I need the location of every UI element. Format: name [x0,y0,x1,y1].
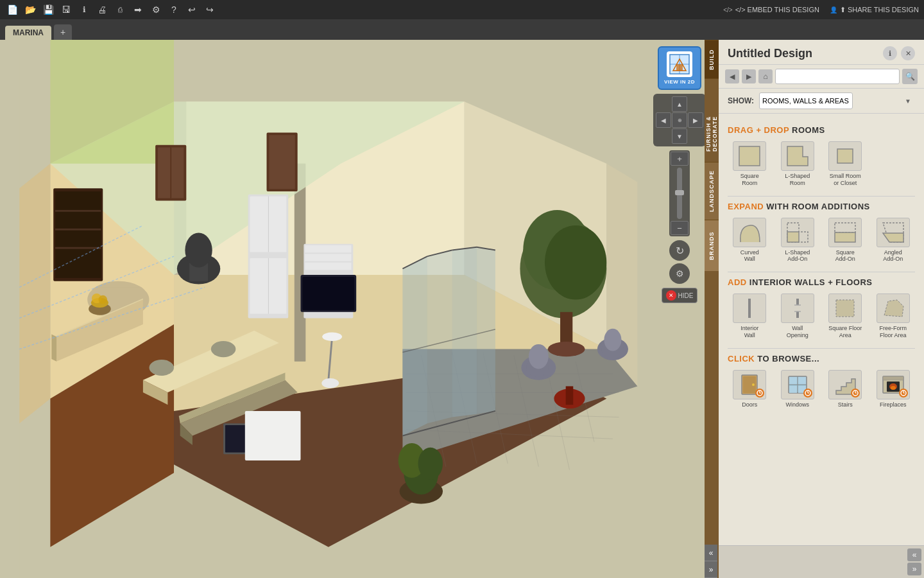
rotate-button[interactable]: ↻ [669,240,690,261]
hide-button[interactable]: ✕ HIDE [662,288,698,303]
svg-point-86 [604,329,621,351]
expand-grid: CurvedWall L-ShapedAdd-On [728,215,915,266]
pan-center-button[interactable]: ⊕ [672,112,687,128]
export-icon[interactable]: ➡ [131,3,145,17]
open-icon[interactable]: 📂 [23,3,37,17]
redo-icon[interactable]: ↪ [203,3,217,17]
room-3d-view[interactable] [0,40,719,578]
show-select[interactable]: ROOMS, WALLS & AREAS FLOORS STRUCTURE [759,92,853,109]
small-room-item[interactable]: Small Roomor Closet [823,139,868,189]
svg-rect-29 [55,229,101,231]
stairs-item[interactable]: Stairs [823,367,868,411]
svg-rect-134 [798,377,806,384]
info-icon[interactable]: ℹ [77,3,91,17]
svg-rect-112 [835,223,855,232]
curved-wall-icon [733,218,766,247]
curved-wall-item[interactable]: CurvedWall [728,215,772,266]
svg-marker-69 [477,247,495,414]
doors-item[interactable]: Doors [728,367,772,411]
share-button[interactable]: 👤 ⬆ SHARE THIS DESIGN [830,6,919,14]
side-tab-furnish[interactable]: FURNISH & DECORATE [705,78,719,162]
windows-icon [781,370,814,399]
svg-rect-50 [305,245,351,253]
view-2d-button[interactable]: VIEW IN 2D [658,46,701,90]
panel-header-icons: ℹ ✕ [883,46,915,60]
save-icon[interactable]: 💾 [41,3,55,17]
svg-rect-51 [305,254,351,261]
print2-icon[interactable]: ⎙ [113,3,127,17]
svg-rect-149 [883,376,903,380]
side-tab-build[interactable]: BUILD [705,40,719,78]
embed-button[interactable]: </> </> EMBED THIS DESIGN [723,6,819,13]
panel-collapse-up-button[interactable]: « [907,548,921,561]
l-shaped-addon-item[interactable]: L-ShapedAdd-On [776,215,820,266]
doors-icon [733,370,766,399]
panel-home-button[interactable]: ⌂ [758,69,773,83]
panel-info-button[interactable]: ℹ [883,46,897,60]
square-floor-area-item[interactable]: Square FloorArea [823,291,868,342]
svg-rect-65 [269,135,295,189]
side-tab-landscape[interactable]: LANDSCAPE [705,162,719,220]
show-row: SHOW: ROOMS, WALLS & AREAS FLOORS STRUCT… [719,89,924,114]
svg-point-126 [752,383,755,386]
square-addon-item[interactable]: SquareAdd-On [823,215,868,266]
side-tab-brands[interactable]: BRANDS [705,220,719,271]
panel-search-input[interactable] [775,69,900,84]
panel-back-button[interactable]: ◀ [725,69,739,83]
svg-rect-52 [305,263,351,270]
pan-right-button[interactable]: ▶ [688,112,703,128]
section-drag-drop-title: DRAG + DROP ROOMS [728,125,915,135]
freeform-floor-area-icon [877,293,910,323]
help-icon[interactable]: ? [167,3,181,17]
panel-collapse-down-button[interactable]: » [907,563,921,575]
interior-wall-item[interactable]: InteriorWall [728,291,772,342]
toolbar-right: </> </> EMBED THIS DESIGN 👤 ⬆ SHARE THIS… [723,6,919,14]
fireplaces-item[interactable]: Fireplaces [871,367,916,411]
zoom-slider-track [677,168,682,219]
svg-point-92 [418,448,443,480]
wall-opening-item[interactable]: WallOpening [776,291,820,342]
small-room-icon [828,141,862,171]
angled-addon-item[interactable]: AngledAdd-On [871,215,916,266]
svg-rect-30 [55,247,101,249]
svg-point-35 [185,233,212,268]
square-room-icon [733,141,766,171]
panel-forward-button[interactable]: ▶ [742,69,756,83]
chevron-up-button[interactable]: « [705,545,717,561]
svg-rect-113 [835,232,855,242]
panel-title: Untitled Design [728,47,812,60]
undo-icon[interactable]: ↩ [185,3,199,17]
svg-rect-28 [55,210,101,212]
square-room-item[interactable]: SquareRoom [728,139,772,189]
panel-search-button[interactable]: 🔍 [902,69,918,84]
panel-close-button[interactable]: ✕ [901,46,915,60]
print-icon[interactable]: 🖨 [95,3,109,17]
svg-marker-37 [51,334,56,361]
pan-up-button[interactable]: ▲ [672,96,687,112]
svg-point-42 [99,295,107,304]
new-file-icon[interactable]: 📄 [5,3,19,17]
navigation-controls: ▲ ◀ ⊕ ▶ ▼ [653,94,706,146]
bottom-chevrons: « » [705,545,719,578]
svg-marker-66 [402,256,427,435]
svg-rect-98 [245,411,301,460]
pan-left-button[interactable]: ◀ [656,112,671,128]
zoom-out-button[interactable]: − [671,221,689,235]
chevron-down-button[interactable]: » [705,561,717,578]
svg-marker-68 [452,247,477,417]
settings-icon[interactable]: ⚙ [149,3,163,17]
tab-marina[interactable]: MARINA [5,26,51,40]
tab-add-button[interactable]: + [54,24,72,40]
zoom-slider-thumb[interactable] [675,190,684,195]
pan-down-button[interactable]: ▼ [672,128,687,144]
save-as-icon[interactable]: 🖫 [59,3,73,17]
svg-rect-88 [566,386,574,405]
freeform-floor-area-item[interactable]: Free-FormFloor Area [871,291,916,342]
view-settings-button[interactable]: ⚙ [669,263,690,284]
l-shaped-room-item[interactable]: L-ShapedRoom [776,139,820,189]
zoom-in-button[interactable]: + [671,152,689,166]
windows-item[interactable]: Windows [776,367,820,411]
divider-2 [728,272,915,272]
divider-1 [728,196,915,197]
interior-grid: InteriorWall WallOpening [728,291,915,342]
